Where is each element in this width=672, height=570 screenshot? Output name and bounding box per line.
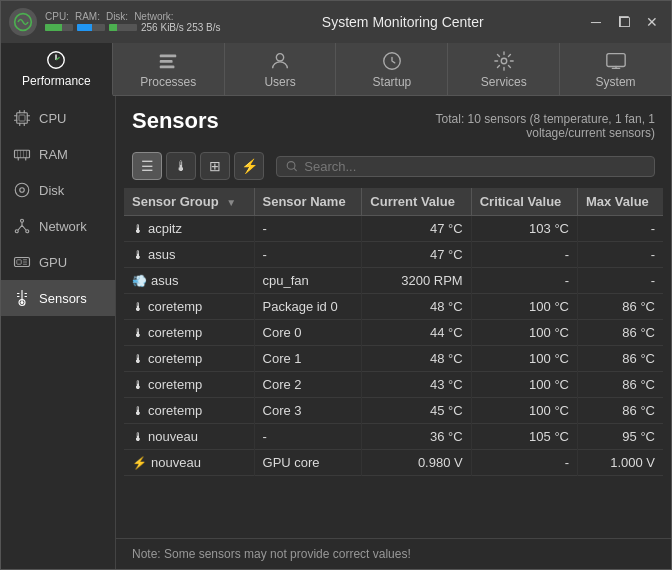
table-row: ⚡nouveau GPU core 0.980 V - 1.000 V bbox=[124, 450, 663, 476]
tab-processes[interactable]: Processes bbox=[113, 43, 225, 95]
sensors-total: Total: 10 sensors (8 temperature, 1 fan,… bbox=[375, 108, 655, 140]
cpu-icon bbox=[13, 109, 31, 127]
performance-icon bbox=[45, 49, 67, 71]
network-icon bbox=[13, 217, 31, 235]
cell-group: 🌡coretemp bbox=[124, 320, 254, 346]
cell-name: Core 0 bbox=[254, 320, 362, 346]
table-row: 🌡coretemp Core 2 43 °C 100 °C 86 °C bbox=[124, 372, 663, 398]
cell-current: 47 °C bbox=[362, 242, 471, 268]
users-icon bbox=[269, 50, 291, 72]
svg-rect-11 bbox=[15, 150, 30, 158]
cell-current: 48 °C bbox=[362, 346, 471, 372]
sensor-type-icon: 🌡 bbox=[132, 352, 144, 366]
sidebar-ram-label: RAM bbox=[39, 147, 68, 162]
search-input[interactable] bbox=[304, 159, 646, 174]
grid-view-button[interactable]: ⊞ bbox=[200, 152, 230, 180]
cell-critical: 105 °C bbox=[471, 424, 577, 450]
cell-group: 🌡coretemp bbox=[124, 346, 254, 372]
sensors-table: Sensor Group ▼ Sensor Name Current Value… bbox=[124, 188, 663, 476]
cell-current: 0.980 V bbox=[362, 450, 471, 476]
sidebar-item-ram[interactable]: RAM bbox=[1, 136, 115, 172]
gpu-icon bbox=[13, 253, 31, 271]
table-header-row: Sensor Group ▼ Sensor Name Current Value… bbox=[124, 188, 663, 216]
maximize-button[interactable]: ⧠ bbox=[613, 11, 635, 33]
note-bar: Note: Some sensors may not provide corre… bbox=[116, 538, 671, 569]
sidebar-network-label: Network bbox=[39, 219, 87, 234]
tab-system-label: System bbox=[596, 75, 636, 89]
sensor-type-icon: 🌡 bbox=[132, 222, 144, 236]
cell-name: GPU core bbox=[254, 450, 362, 476]
sidebar-item-cpu[interactable]: CPU bbox=[1, 100, 115, 136]
sensor-type-icon: 💨 bbox=[132, 274, 147, 288]
tab-startup[interactable]: Startup bbox=[336, 43, 448, 95]
tab-users[interactable]: Users bbox=[225, 43, 337, 95]
sensor-type-icon: 🌡 bbox=[132, 378, 144, 392]
list-view-button[interactable]: ☰ bbox=[132, 152, 162, 180]
cell-critical: 100 °C bbox=[471, 294, 577, 320]
cell-group: 💨asus bbox=[124, 268, 254, 294]
sensor-type-icon: 🌡 bbox=[132, 300, 144, 314]
sidebar-item-gpu[interactable]: GPU bbox=[1, 244, 115, 280]
sensors-table-wrapper: Sensor Group ▼ Sensor Name Current Value… bbox=[124, 188, 663, 538]
close-button[interactable]: ✕ bbox=[641, 11, 663, 33]
cell-max: 1.000 V bbox=[577, 450, 663, 476]
cell-critical: 100 °C bbox=[471, 398, 577, 424]
col-sensor-group[interactable]: Sensor Group ▼ bbox=[124, 188, 254, 216]
cell-max: - bbox=[577, 216, 663, 242]
disk-icon bbox=[13, 181, 31, 199]
cell-name: cpu_fan bbox=[254, 268, 362, 294]
cpu-bar bbox=[45, 24, 73, 31]
svg-rect-9 bbox=[17, 113, 28, 124]
sidebar-item-disk[interactable]: Disk bbox=[1, 172, 115, 208]
svg-point-16 bbox=[26, 230, 29, 233]
cell-group: 🌡coretemp bbox=[124, 398, 254, 424]
minimize-button[interactable]: ─ bbox=[585, 11, 607, 33]
cell-name: Core 2 bbox=[254, 372, 362, 398]
cell-name: - bbox=[254, 242, 362, 268]
titlebar: CPU: RAM: Disk: Network: 256 KiB/s 253 B… bbox=[1, 1, 671, 43]
cell-critical: - bbox=[471, 450, 577, 476]
cell-group: 🌡nouveau bbox=[124, 424, 254, 450]
table-row: 💨asus cpu_fan 3200 RPM - - bbox=[124, 268, 663, 294]
search-box bbox=[276, 156, 655, 177]
cell-current: 44 °C bbox=[362, 320, 471, 346]
col-max-value[interactable]: Max Value bbox=[577, 188, 663, 216]
col-sensor-name[interactable]: Sensor Name bbox=[254, 188, 362, 216]
tab-performance[interactable]: Performance bbox=[1, 43, 113, 96]
cell-max: 95 °C bbox=[577, 424, 663, 450]
temp-button[interactable]: 🌡 bbox=[166, 152, 196, 180]
svg-rect-2 bbox=[160, 54, 177, 57]
svg-point-5 bbox=[276, 53, 283, 60]
sidebar-item-sensors[interactable]: Sensors bbox=[1, 280, 115, 316]
cell-group: 🌡coretemp bbox=[124, 294, 254, 320]
cell-max: 86 °C bbox=[577, 372, 663, 398]
cell-critical: - bbox=[471, 268, 577, 294]
services-icon bbox=[493, 50, 515, 72]
flash-button[interactable]: ⚡ bbox=[234, 152, 264, 180]
cell-current: 43 °C bbox=[362, 372, 471, 398]
col-critical-value[interactable]: Critical Value bbox=[471, 188, 577, 216]
cell-group: ⚡nouveau bbox=[124, 450, 254, 476]
sensors-header: Sensors Total: 10 sensors (8 temperature… bbox=[116, 96, 671, 148]
col-current-value[interactable]: Current Value bbox=[362, 188, 471, 216]
svg-point-12 bbox=[15, 183, 29, 197]
app-logo bbox=[9, 8, 37, 36]
main-window: CPU: RAM: Disk: Network: 256 KiB/s 253 B… bbox=[0, 0, 672, 570]
sidebar-disk-label: Disk bbox=[39, 183, 64, 198]
svg-rect-3 bbox=[160, 60, 173, 63]
sidebar-item-network[interactable]: Network bbox=[1, 208, 115, 244]
ram-label: RAM: bbox=[75, 11, 100, 22]
tab-services[interactable]: Services bbox=[448, 43, 560, 95]
sidebar: CPU RAM Disk bbox=[1, 96, 116, 569]
tab-services-label: Services bbox=[481, 75, 527, 89]
cell-name: - bbox=[254, 216, 362, 242]
cell-name: Core 1 bbox=[254, 346, 362, 372]
sidebar-cpu-label: CPU bbox=[39, 111, 66, 126]
titlebar-stats: CPU: RAM: Disk: Network: 256 KiB/s 253 B… bbox=[45, 11, 221, 33]
tab-users-label: Users bbox=[264, 75, 295, 89]
cell-group: 🌡coretemp bbox=[124, 372, 254, 398]
svg-rect-10 bbox=[19, 115, 25, 121]
cell-max: 86 °C bbox=[577, 320, 663, 346]
tab-system[interactable]: System bbox=[560, 43, 671, 95]
sensor-type-icon: ⚡ bbox=[132, 456, 147, 470]
